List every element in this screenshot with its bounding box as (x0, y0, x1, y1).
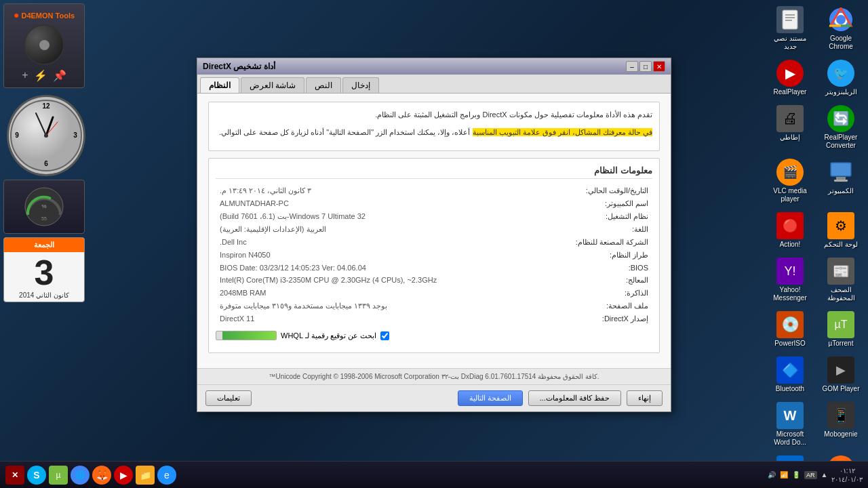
svg-text:3: 3 (73, 131, 77, 139)
desktop-icon-bluetooth[interactable]: 🔷 Bluetooth (766, 354, 814, 396)
system-info-table: التاريخ/الوقت الحالي: ٣ كانون الثاني، ٢٠… (216, 184, 652, 325)
taskbar-firefox-icon[interactable]: 🦊 (92, 466, 111, 485)
desktop-icon-computer[interactable]: الكمبيوتر (817, 156, 865, 206)
desktop-icon-notepad[interactable]: مستند نصي جديد (766, 3, 814, 54)
table-row: ملف الصفحة: بوجد ١٣٣٩ ميجابايت مستخدمة و… (216, 300, 652, 312)
tray-sound-icon[interactable]: 🔊 (768, 471, 776, 479)
info-label: إصدار DirectX: (537, 312, 652, 325)
desktop-icon-utorrent[interactable]: µT µTorrent (817, 308, 865, 350)
exit-button[interactable]: إنهاء (627, 390, 663, 406)
dialog-maximize-btn[interactable]: □ (639, 61, 652, 72)
desktop-icon-newspapers[interactable]: 📰 الصحف المحفوظة (817, 255, 865, 305)
taskbar-utorrent-icon[interactable]: µ (49, 466, 68, 485)
tray-network-icon[interactable]: 📶 (780, 471, 788, 479)
calendar-day-name: الجمعة (4, 238, 84, 252)
dialog-tabs: النظام شاشة العرض النص إدخال (197, 75, 671, 94)
table-row: إصدار DirectX: DirectX 11 (216, 312, 652, 325)
icon-label: PowerISO (774, 340, 806, 348)
tray-up-arrow[interactable]: ▲ (821, 471, 828, 479)
table-row: اللغة: العربية (الإعدادات الإقليمية: الع… (216, 223, 652, 236)
dialog-minimize-btn[interactable]: – (626, 61, 638, 72)
dialog-close-btn[interactable]: ✕ (653, 61, 665, 72)
desktop-icon-gom[interactable]: ▶ GOM Player (817, 354, 865, 396)
desktop-icon-realplayer[interactable]: ▶ RealPlayer (766, 57, 814, 99)
desktop-icon-twitter[interactable]: 🐦 الريلبنزويتر (817, 57, 865, 99)
directx-dialog: ✕ □ – أداة تشخيص DirectX النظام شاشة الع… (197, 58, 671, 412)
desktop-icon-control[interactable]: ⚙ لوحة التحكم (817, 209, 865, 251)
taskbar-ie-icon[interactable]: e (157, 466, 176, 485)
system-info-section: معلومات النظام التاريخ/الوقت الحالي: ٣ ك… (208, 158, 660, 353)
taskbar-skype-icon[interactable]: S (27, 466, 46, 485)
daemon-lightning-btn[interactable]: ⚡ (34, 69, 47, 82)
icon-label: Mobogenie (824, 430, 857, 439)
tray-battery-icon[interactable]: 🔋 (792, 471, 800, 479)
desktop-icon-rpc[interactable]: 🔄 RealPlayer Converter (817, 102, 865, 152)
info-value: ٣ كانون الثاني، ٢٠١٤ ١٣:٤٩ م. (216, 184, 537, 197)
whql-row: ابحث عن توقيع رقمية لـ WHQL (216, 331, 652, 340)
info-value: Windows 7 Ultimate 32-بت (6.1، Build 760… (216, 210, 537, 223)
svg-text:6: 6 (44, 160, 48, 167)
desktop-icon-action[interactable]: 🔴 Action! (766, 209, 814, 251)
daemon-disc-inner (39, 40, 50, 50)
svg-rect-13 (783, 10, 797, 29)
info-value: Intel(R) Core(TM) i3-2350M CPU @ 2.30GHz… (216, 274, 537, 287)
desktop-icon-chrome[interactable]: Google Chrome (817, 3, 865, 54)
desktop-icon-printer[interactable]: 🖨 إطاطي (766, 102, 814, 152)
desktop-icon-word[interactable]: W Microsoft Word Do... (766, 399, 814, 449)
svg-point-19 (836, 15, 846, 24)
svg-rect-21 (836, 177, 846, 180)
svg-rect-22 (834, 180, 848, 182)
table-row: الشركة المصنعة للنظام: Dell Inc. (216, 236, 652, 249)
table-row: نظام التشغيل: Windows 7 Ultimate 32-بت (… (216, 210, 652, 223)
table-row: الذاكرة: 2048MB RAM (216, 287, 652, 300)
save-all-button[interactable]: حفظ كافة المعلومات... (528, 390, 621, 406)
whql-checkbox[interactable] (380, 331, 389, 340)
volume-widget[interactable]: 46 % 55 (3, 180, 85, 234)
table-row: طراز النظام: Inspiron N4050 (216, 249, 652, 262)
calendar-day-number: 3 (4, 252, 84, 291)
desktop-icon-vlc[interactable]: 🎬 VLC media player (766, 156, 814, 206)
info-value: بوجد ١٣٣٩ ميجابايت مستخدمة و٣١٥٩ ميجاباي… (216, 300, 537, 312)
taskbar-realplayer-icon[interactable]: ▶ (114, 466, 133, 485)
svg-text:%: % (41, 203, 46, 209)
desktop-icon-poweriso[interactable]: 💿 PowerISO (766, 308, 814, 350)
next-page-button[interactable]: الصفحة التالية (458, 390, 523, 406)
tray-keyboard-icon[interactable]: AR (804, 471, 817, 479)
info-value: BIOS Date: 03/23/12 14:05:23 Ver: 04.06.… (216, 262, 537, 274)
taskbar-network-icon[interactable]: 🌐 (71, 466, 90, 485)
settings-button[interactable]: تعليمات (205, 390, 252, 406)
dialog-content: تقدم هذه الأداة معلومات تفصيلية حول مكون… (197, 94, 671, 368)
icon-label: Google Chrome (820, 35, 862, 51)
desktop-icon-yahoo[interactable]: Y! Yahoo! Messenger (766, 255, 814, 305)
tab-text[interactable]: النص (306, 77, 341, 93)
volume-display: 46 % 55 (17, 186, 71, 227)
tab-system[interactable]: النظام (200, 77, 239, 93)
daemon-add-btn[interactable]: + (22, 69, 28, 82)
taskbar-right: 🔊 📶 🔋 AR ▲ ٠١:١٢ ٢٠١٤/٠١/٠٣ (762, 466, 868, 484)
daemon-disc (24, 24, 64, 65)
daemon-pin-btn[interactable]: 📌 (53, 69, 66, 82)
clock-widget: 12 3 6 9 (7, 95, 85, 176)
icon-label: Yahoo! Messenger (769, 286, 811, 302)
info-desc1: تقدم هذه الأداة معلومات تفصيلية حول مكون… (216, 109, 652, 121)
tab-display[interactable]: شاشة العرض (241, 77, 304, 93)
dialog-title: أداة تشخيص DirectX (203, 62, 275, 71)
table-row: BIOS: BIOS Date: 03/23/12 14:05:23 Ver: … (216, 262, 652, 274)
icon-label: RealPlayer Converter (820, 134, 862, 150)
taskbar-folder-icon[interactable]: 📁 (136, 466, 155, 485)
daemon-tools-widget[interactable]: ● D4EMON Tools + ⚡ 📌 (3, 3, 85, 88)
icon-label: الكمبيوتر (828, 187, 854, 195)
tab-input[interactable]: إدخال (342, 77, 379, 93)
taskbar: ✕ S µ 🌐 🦊 ▶ 📁 e (0, 461, 868, 488)
taskbar-directx-icon[interactable]: ✕ (5, 466, 24, 485)
info-value: 2048MB RAM (216, 287, 537, 300)
info-value: العربية (الإعدادات الإقليمية: العربية) (216, 223, 537, 236)
svg-text:12: 12 (42, 102, 50, 110)
info-label: المعالج: (537, 274, 652, 287)
info-label: طراز النظام: (537, 249, 652, 262)
desktop-icon-mobogenie[interactable]: 📱 Mobogenie (817, 399, 865, 449)
info-label: الذاكرة: (537, 287, 652, 300)
icon-label: Microsoft Word Do... (769, 430, 811, 447)
icon-label: الصحف المحفوظة (820, 286, 862, 302)
info-value: Dell Inc. (216, 236, 537, 249)
